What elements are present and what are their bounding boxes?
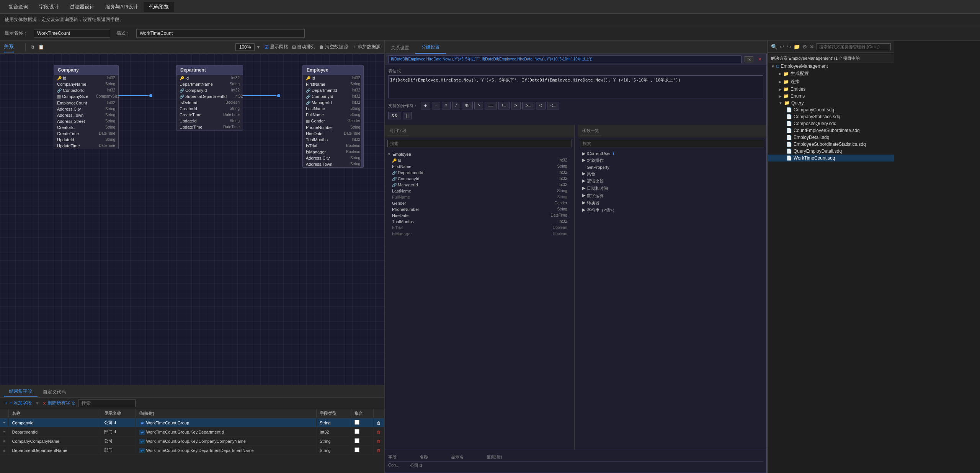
tree-item-query[interactable]: ▼ 📁 Query (768, 99, 894, 106)
tree-item-companystats[interactable]: 📄 CompanyStatistics.sdq (768, 113, 894, 120)
add-field-btn[interactable]: ＋ + 添加字段 (4, 400, 32, 406)
tab-custom-code[interactable]: 自定义代码 (38, 387, 71, 397)
field-dept-updateid[interactable]: UpdateId String (176, 118, 243, 124)
collection-check[interactable] (354, 447, 359, 452)
field-company-name[interactable]: CompanyName String (54, 81, 118, 87)
table-row[interactable]: ≡ CompanyCompanyName 公司 ⇄ WorkTimeCount.… (0, 437, 384, 446)
field-emp-ismanager[interactable]: IsManager Boolean (303, 149, 363, 155)
collection-check[interactable] (354, 429, 359, 434)
tree-item-build[interactable]: ▶ 📁 生成配置 (768, 70, 894, 78)
tree-item[interactable]: HireDate DateTime (387, 212, 572, 219)
solution-icon-5[interactable]: ⚙ (802, 44, 807, 50)
nav-field-design[interactable]: 字段设计 (34, 2, 64, 12)
field-emp-istrial[interactable]: IsTrial Boolean (303, 143, 363, 149)
tree-item[interactable]: PhoneNumber String (387, 206, 572, 212)
table-row[interactable]: ≡ DepartmentDepartmentName 部门 ⇄ WorkTime… (0, 446, 384, 455)
field-dept-superior[interactable]: 🔗SuperiorDepartmentId Int32 (176, 93, 243, 99)
table-row[interactable]: ≡ CompanyId 公司Id ⇄ WorkTimeCount.Group S… (0, 418, 384, 427)
solution-icon-2[interactable]: ↩ (780, 44, 784, 50)
op-or[interactable]: || (403, 112, 412, 119)
canvas-area[interactable]: Company 🔑Id Int32 CompanyName String 🔗Co… (0, 54, 384, 385)
func-item[interactable]: ▶逻辑比较 (578, 178, 767, 185)
remove-all-btn[interactable]: ✕ 删除所有字段 (42, 400, 75, 406)
func-item[interactable]: ▶转换器 (578, 199, 767, 207)
drag-handle[interactable]: ≡ (0, 427, 9, 437)
field-dept-createtime[interactable]: CreateTime DateTime (176, 112, 243, 118)
entity-employee[interactable]: Employee 🔑Id Int32 FirstName String 🔗Dep… (302, 65, 364, 168)
field-company-empcount[interactable]: EmployeeCount Int32 (54, 100, 118, 106)
nav-code-preview[interactable]: 代码预览 (144, 2, 174, 12)
field-company-createtime[interactable]: CreateTime DateTime (54, 130, 118, 137)
delete-btn[interactable]: 🗑 (374, 446, 384, 455)
field-company-contactor[interactable]: 🔗ContactorId Int32 (54, 87, 118, 93)
drag-handle[interactable]: ≡ (0, 418, 9, 427)
entity-department[interactable]: Department 🔑Id Int32 DepartmentName Stri… (176, 65, 243, 130)
field-search-input[interactable] (78, 400, 136, 407)
field-emp-deptid[interactable]: 🔗DepartmentId Int32 (303, 87, 363, 93)
tree-item[interactable]: 🔑 Id Int32 (387, 157, 572, 163)
tree-item[interactable]: FullName String (387, 194, 572, 200)
fields-search[interactable] (387, 140, 572, 147)
field-company-creator[interactable]: CreatorId String (54, 124, 118, 130)
tree-item[interactable]: 🔗 ManagerId Int32 (387, 182, 572, 188)
func-item[interactable]: GetProperty (578, 164, 767, 170)
field-company-street[interactable]: Address.Street String (54, 118, 118, 124)
op-and[interactable]: && (388, 112, 401, 119)
field-emp-id[interactable]: 🔑Id Int32 (303, 75, 363, 81)
tree-item[interactable]: Gender Gender (387, 200, 572, 206)
tree-item-countemployee[interactable]: 📄 CountEmployeeSubordinate.sdq (768, 127, 894, 134)
collection-check[interactable] (354, 420, 359, 425)
nav-filter-design[interactable]: 过滤器设计 (64, 2, 100, 12)
op-lte[interactable]: <= (547, 102, 559, 109)
field-company-id[interactable]: 🔑Id Int32 (54, 75, 118, 81)
tree-item-empsubstats[interactable]: 📄 EmployeeSubordinateStatistics.sdq (768, 141, 894, 148)
field-dept-isdeleted[interactable]: IsDeleted Boolean (176, 99, 243, 106)
tree-item[interactable]: IsManager Boolean (387, 231, 572, 237)
op-gte[interactable]: >= (522, 102, 534, 109)
op-mod[interactable]: % (462, 102, 473, 109)
zoom-dropdown-icon[interactable]: ▼ (256, 44, 261, 50)
field-emp-firstname[interactable]: FirstName String (303, 81, 363, 87)
field-dept-id[interactable]: 🔑Id Int32 (176, 75, 243, 81)
tree-item-root[interactable]: ▼ □ EmployeeManagement (768, 63, 894, 70)
copy-btn[interactable]: ⧉ (31, 44, 34, 50)
tree-item[interactable]: 🔗 DepartmentId Int32 (387, 170, 572, 176)
display-name-input[interactable] (34, 29, 110, 38)
canvas-tab-relations[interactable]: 关系 (4, 42, 14, 52)
solution-icon-6[interactable]: ✕ (810, 44, 814, 50)
field-emp-lastname[interactable]: LastName String (303, 106, 363, 112)
functions-search[interactable] (580, 140, 764, 147)
tree-item-queryemploydetail[interactable]: 📄 QueryEmployDetail.sdq (768, 148, 894, 155)
func-item[interactable]: ▶ICurrentUser ℹ (578, 150, 767, 157)
expr-close-btn[interactable]: ✕ (756, 56, 763, 63)
field-emp-managerid[interactable]: 🔗ManagerId Int32 (303, 99, 363, 106)
field-company-town[interactable]: Address.Town String (54, 112, 118, 118)
tab-group-settings[interactable]: 分组设置 (415, 42, 446, 54)
solution-icon-3[interactable]: ↪ (787, 44, 791, 50)
delete-btn[interactable]: 🗑 (374, 427, 384, 437)
drag-handle[interactable]: ≡ (0, 446, 9, 455)
field-emp-phone[interactable]: PhoneNumber String (303, 124, 363, 130)
drag-handle[interactable]: ≡ (0, 437, 9, 446)
show-grid-btn[interactable]: ☑ 显示网格 (265, 44, 288, 50)
tab-relation-settings[interactable]: 关系设置 (385, 42, 415, 54)
field-emp-companyid[interactable]: 🔗CompanyId Int32 (303, 93, 363, 99)
clear-data-btn[interactable]: 🗑 清空数据源 (319, 44, 348, 50)
func-item[interactable]: ▶对象操作 (578, 157, 767, 164)
tree-item-worktimecount[interactable]: 📄 WorkTimeCount.sdq (768, 155, 894, 161)
field-emp-trial[interactable]: TrialMonths Int32 (303, 137, 363, 143)
tree-item[interactable]: TrialMonths Int32 (387, 219, 572, 225)
tree-group-employee-header[interactable]: ▼ Employee (387, 151, 572, 157)
field-company-updateid[interactable]: UpdateId String (54, 137, 118, 143)
field-emp-town[interactable]: Address.Town String (303, 161, 363, 167)
field-company-updatetime[interactable]: UpdateTime DateTime (54, 143, 118, 149)
tree-item[interactable]: 🔗 CompanyId Int32 (387, 176, 572, 182)
op-div[interactable]: / (452, 102, 460, 109)
field-emp-hiredate[interactable]: HireDate DateTime (303, 130, 363, 137)
zoom-input[interactable] (235, 43, 255, 51)
tree-item[interactable]: LastName String (387, 188, 572, 194)
field-emp-gender[interactable]: ▦Gender Gender (303, 118, 363, 124)
expr-textarea[interactable]: If(DateDif(Employee.HireDate,Now(),'Y')<… (388, 75, 763, 98)
op-minus[interactable]: - (432, 102, 440, 109)
collection-check[interactable] (354, 438, 359, 443)
